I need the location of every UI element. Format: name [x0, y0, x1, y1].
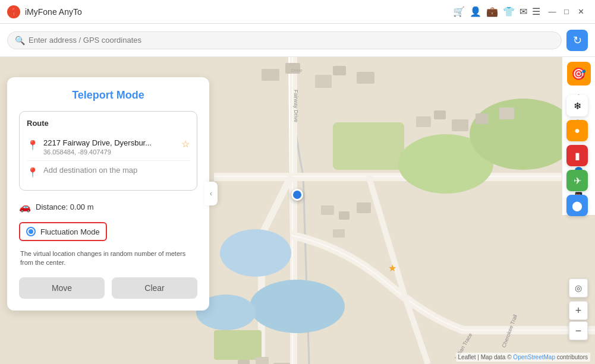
- svg-rect-12: [262, 69, 279, 81]
- freeze-button[interactable]: ❄: [566, 95, 588, 116]
- titlebar: iMyFone AnyTo 🛒 👤 💼 👕 ✉ ☰ — □ ✕: [0, 0, 595, 24]
- svg-rect-29: [333, 229, 345, 238]
- cart-icon[interactable]: 🛒: [453, 6, 465, 17]
- menu-icon[interactable]: ☰: [532, 6, 540, 17]
- svg-rect-21: [499, 107, 514, 119]
- svg-text:Drive: Drive: [291, 68, 303, 73]
- orange-button[interactable]: ●: [566, 120, 588, 141]
- leaflet-label: Leaflet: [458, 354, 476, 360]
- refresh-icon: ↻: [573, 34, 582, 47]
- svg-rect-15: [333, 66, 346, 75]
- action-buttons: Move Clear: [19, 277, 197, 299]
- svg-rect-20: [476, 113, 489, 124]
- svg-rect-17: [416, 116, 431, 127]
- right-float-panel: ❄ ● ▮ ✈ ⬤: [566, 95, 588, 216]
- svg-rect-19: [452, 119, 468, 131]
- move-button[interactable]: Move: [19, 277, 105, 299]
- search-input[interactable]: [29, 36, 554, 45]
- attribution-separator: | Map data ©: [477, 354, 513, 360]
- side-panel: Teleport Mode Route 📍 2217 Fairway Drive…: [7, 77, 209, 311]
- locate-button[interactable]: ◎: [569, 278, 588, 297]
- close-button[interactable]: ✕: [574, 5, 588, 19]
- app-title: iMyFone AnyTo: [25, 7, 453, 17]
- route-address: 2217 Fairway Drive, Dyersbur...: [43, 138, 177, 147]
- svg-rect-23: [238, 360, 250, 364]
- contributors-label: contributors: [557, 354, 588, 360]
- collapse-arrow[interactable]: ‹: [204, 182, 218, 205]
- fluctuation-label: Fluctuation Mode: [40, 227, 100, 236]
- svg-rect-14: [315, 75, 332, 88]
- search-icon: 🔍: [15, 36, 25, 45]
- distance-row: 🚗 Distance: 0.00 m: [19, 199, 197, 215]
- map-attribution: Leaflet | Map data © OpenStreetMap contr…: [456, 353, 590, 362]
- svg-point-6: [250, 280, 345, 333]
- searchbar: 🔍 ↻: [0, 24, 595, 57]
- fluctuation-description: The virtual location changes in random n…: [19, 249, 197, 268]
- osm-label: OpenStreetMap: [513, 354, 555, 360]
- svg-rect-16: [357, 72, 374, 84]
- svg-rect-28: [357, 202, 371, 213]
- distance-text: Distance: 0.00 m: [36, 202, 94, 211]
- fluctuation-radio[interactable]: [26, 227, 36, 236]
- svg-rect-24: [256, 357, 269, 364]
- toggle-button[interactable]: ⬤: [566, 195, 588, 216]
- maximize-button[interactable]: □: [559, 5, 574, 19]
- clear-button[interactable]: Clear: [112, 277, 197, 299]
- plane-button[interactable]: ✈: [566, 170, 588, 191]
- title-icons: 🛒 👤 💼 👕 ✉ ☰: [453, 6, 540, 17]
- favorite-star-icon[interactable]: ☆: [181, 138, 190, 150]
- zoom-in-button[interactable]: +: [569, 301, 588, 320]
- shirt-icon[interactable]: 👕: [503, 6, 515, 17]
- add-location-icon: 📍: [27, 167, 39, 178]
- route-coords: 36.058484, -89.407479: [43, 148, 177, 156]
- svg-rect-26: [321, 205, 334, 215]
- distance-icon: 🚗: [19, 201, 31, 213]
- svg-text:Fairway Drive: Fairway Drive: [293, 90, 299, 122]
- zoom-out-button[interactable]: −: [569, 321, 588, 340]
- svg-rect-27: [339, 211, 350, 220]
- briefcase-icon[interactable]: 💼: [486, 6, 498, 17]
- location-icon: 📍: [27, 140, 39, 151]
- fluctuation-mode-row[interactable]: Fluctuation Mode: [19, 222, 107, 241]
- svg-rect-8: [333, 122, 404, 170]
- zoom-controls: ◎ + −: [569, 278, 588, 340]
- panel-title: Teleport Mode: [19, 89, 197, 102]
- radio-selected-indicator: [29, 229, 33, 234]
- teleport-mode-button[interactable]: 🎯: [567, 62, 591, 86]
- app-logo: [7, 5, 20, 18]
- svg-rect-11: [214, 330, 262, 360]
- route-destination-text: 2217 Fairway Drive, Dyersbur... 36.05848…: [43, 138, 177, 156]
- route-box: Route 📍 2217 Fairway Drive, Dyersbur... …: [19, 111, 197, 191]
- search-input-wrap: 🔍: [7, 31, 562, 49]
- refresh-button[interactable]: ↻: [566, 30, 588, 51]
- route-destination-item: 📍 2217 Fairway Drive, Dyersbur... 36.058…: [27, 134, 190, 160]
- svg-point-10: [470, 99, 577, 170]
- svg-rect-18: [434, 110, 446, 119]
- destination-marker: ★: [388, 262, 396, 274]
- user-icon[interactable]: 👤: [470, 6, 481, 17]
- current-location-marker: [291, 189, 303, 201]
- route-label: Route: [27, 119, 190, 128]
- add-destination-item[interactable]: 📍 Add destination on the map: [27, 160, 190, 183]
- mail-icon[interactable]: ✉: [520, 6, 527, 17]
- add-destination-text: Add destination on the map: [43, 166, 137, 175]
- svg-point-5: [220, 229, 291, 277]
- minimize-button[interactable]: —: [545, 5, 559, 19]
- red-button[interactable]: ▮: [566, 145, 588, 166]
